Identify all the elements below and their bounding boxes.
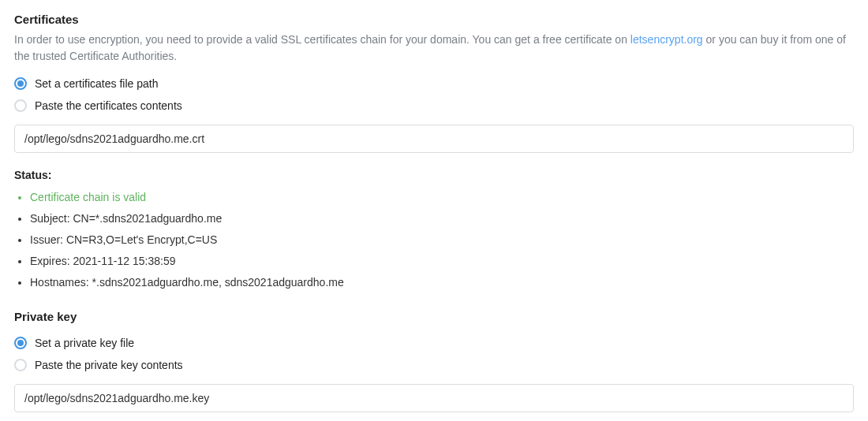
radio-label: Set a private key file bbox=[35, 335, 134, 351]
radio-icon bbox=[14, 99, 27, 112]
key-radio-file[interactable]: Set a private key file bbox=[14, 335, 854, 351]
certificates-radio-group: Set a certificates file path Paste the c… bbox=[14, 76, 854, 114]
certificates-title: Certificates bbox=[14, 11, 854, 28]
cert-file-path-input[interactable] bbox=[14, 125, 854, 153]
cert-status-list: Certificate chain is valid Subject: CN=*… bbox=[14, 189, 854, 291]
cert-status-subject: Subject: CN=*.sdns2021adguardho.me bbox=[30, 210, 854, 227]
cert-status-issuer: Issuer: CN=R3,O=Let's Encrypt,C=US bbox=[30, 232, 854, 248]
private-key-radio-group: Set a private key file Paste the private… bbox=[14, 335, 854, 373]
cert-status-expires: Expires: 2021-11-12 15:38:59 bbox=[30, 253, 854, 270]
radio-icon bbox=[14, 77, 27, 90]
cert-radio-file-path[interactable]: Set a certificates file path bbox=[14, 76, 854, 91]
certificates-section: Certificates In order to use encryption,… bbox=[14, 11, 854, 291]
radio-icon bbox=[14, 337, 27, 349]
radio-icon bbox=[14, 359, 27, 371]
radio-label: Set a certificates file path bbox=[35, 76, 158, 91]
cert-radio-paste[interactable]: Paste the certificates contents bbox=[14, 98, 854, 114]
key-radio-paste[interactable]: Paste the private key contents bbox=[14, 357, 854, 373]
cert-status-valid: Certificate chain is valid bbox=[30, 189, 854, 206]
letsencrypt-link[interactable]: letsencrypt.org bbox=[630, 33, 703, 46]
radio-label: Paste the certificates contents bbox=[35, 98, 182, 114]
private-key-title: Private key bbox=[14, 308, 854, 326]
radio-label: Paste the private key contents bbox=[35, 357, 183, 373]
private-key-section: Private key Set a private key file Paste… bbox=[14, 308, 854, 421]
key-file-path-input[interactable] bbox=[14, 384, 854, 412]
desc-text-pre: In order to use encryption, you need to … bbox=[14, 33, 630, 46]
cert-status-label: Status: bbox=[14, 167, 854, 183]
cert-status-hostnames: Hostnames: *.sdns2021adguardho.me, sdns2… bbox=[30, 274, 854, 291]
certificates-description: In order to use encryption, you need to … bbox=[14, 32, 851, 65]
